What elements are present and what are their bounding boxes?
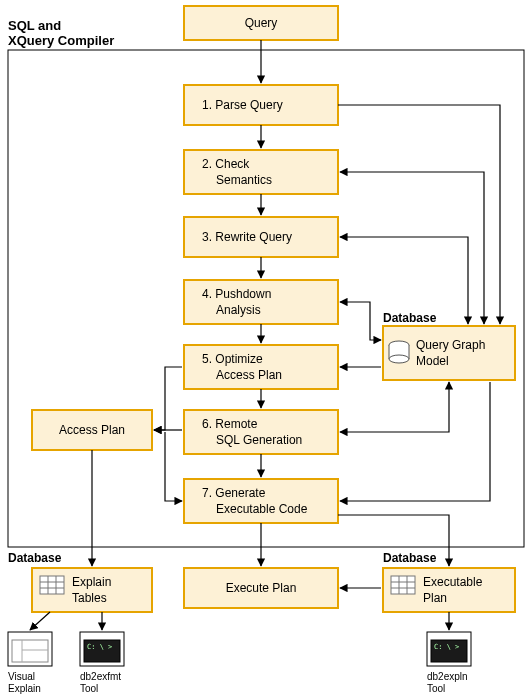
- node-query: Query: [184, 6, 338, 40]
- tool-db2expln: C: \ > db2expln Tool: [427, 632, 471, 694]
- node-explain-l2: Tables: [72, 591, 107, 605]
- tool-db2expln-l1: db2expln: [427, 671, 468, 682]
- node-query-graph-model: Query Graph Model: [383, 326, 515, 380]
- header-database-qgm: Database: [383, 311, 437, 325]
- arrow-s4-qgm: [340, 302, 381, 340]
- node-explain-l1: Explain: [72, 575, 111, 589]
- node-executable-plan: Executable Plan: [383, 568, 515, 612]
- tool-visual-explain: Visual Explain: [8, 632, 52, 694]
- node-exec-plan-l1: Executable: [423, 575, 483, 589]
- node-qgm-l1: Query Graph: [416, 338, 485, 352]
- node-exec-plan-l2: Plan: [423, 591, 447, 605]
- node-explain-tables: Explain Tables: [32, 568, 152, 612]
- node-access-plan-label: Access Plan: [59, 423, 125, 437]
- node-generate-code-l2: Executable Code: [216, 502, 308, 516]
- tool-visual-l2: Explain: [8, 683, 41, 694]
- tool-db2exfmt-l1: db2exfmt: [80, 671, 121, 682]
- node-access-plan: Access Plan: [32, 410, 152, 450]
- tool-db2exfmt-l2: Tool: [80, 683, 98, 694]
- node-remote-sql-l2: SQL Generation: [216, 433, 302, 447]
- tool-visual-l1: Visual: [8, 671, 35, 682]
- arrow-s2-qgm: [340, 172, 484, 324]
- page-title-line2: XQuery Compiler: [8, 33, 114, 48]
- node-check-semantics: 2. Check Semantics: [184, 150, 338, 194]
- node-rewrite-query-label: 3. Rewrite Query: [202, 230, 292, 244]
- node-execute-plan: Execute Plan: [184, 568, 338, 608]
- node-qgm-l2: Model: [416, 354, 449, 368]
- node-generate-code: 7. Generate Executable Code: [184, 479, 338, 523]
- svg-point-14: [389, 355, 409, 363]
- header-database-exec: Database: [383, 551, 437, 565]
- node-optimize: 5. Optimize Access Plan: [184, 345, 338, 389]
- node-pushdown: 4. Pushdown Analysis: [184, 280, 338, 324]
- node-execute-plan-label: Execute Plan: [226, 581, 297, 595]
- tool-db2exfmt-prompt: C: \ >: [87, 643, 112, 651]
- header-database-explain: Database: [8, 551, 62, 565]
- node-query-label: Query: [245, 16, 278, 30]
- node-remote-sql-l1: 6. Remote: [202, 417, 258, 431]
- node-rewrite-query: 3. Rewrite Query: [184, 217, 338, 257]
- svg-rect-24: [391, 576, 415, 594]
- tool-db2expln-prompt: C: \ >: [434, 643, 459, 651]
- tool-db2exfmt: C: \ > db2exfmt Tool: [80, 632, 124, 694]
- node-optimize-l1: 5. Optimize: [202, 352, 263, 366]
- node-remote-sql: 6. Remote SQL Generation: [184, 410, 338, 454]
- arrow-accessplan-s7: [165, 432, 182, 501]
- page-title-line1: SQL and: [8, 18, 61, 33]
- node-parse-query: 1. Parse Query: [184, 85, 338, 125]
- tool-db2expln-l2: Tool: [427, 683, 445, 694]
- arrow-explain-visual: [30, 612, 50, 630]
- node-parse-query-label: 1. Parse Query: [202, 98, 283, 112]
- node-pushdown-l1: 4. Pushdown: [202, 287, 271, 301]
- node-check-semantics-l1: 2. Check: [202, 157, 250, 171]
- node-check-semantics-l2: Semantics: [216, 173, 272, 187]
- svg-rect-30: [12, 640, 48, 662]
- node-generate-code-l1: 7. Generate: [202, 486, 266, 500]
- arrow-s6-qgm: [340, 382, 449, 432]
- arrow-qgm-s7: [340, 382, 490, 501]
- arrow-s1-qgm: [338, 105, 500, 324]
- svg-rect-17: [40, 576, 64, 594]
- node-pushdown-l2: Analysis: [216, 303, 261, 317]
- arrow-s5-accessplan-a: [154, 367, 182, 430]
- node-optimize-l2: Access Plan: [216, 368, 282, 382]
